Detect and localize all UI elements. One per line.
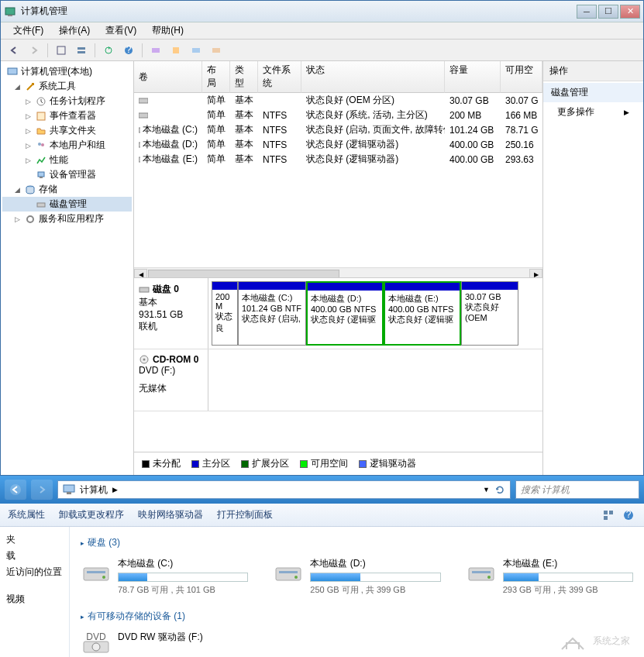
minimize-button[interactable]: ─ xyxy=(577,5,597,19)
disk-graphic-panel[interactable]: 磁盘 0 基本 931.51 GB 联机 200 M状态良本地磁盘 (C:)10… xyxy=(134,278,542,452)
expand-icon[interactable]: ▷ xyxy=(24,127,33,135)
svg-rect-10 xyxy=(192,48,200,53)
chevron-right-icon[interactable]: ▶ xyxy=(112,486,118,494)
tree-panel[interactable]: 计算机管理(本地) ◢ 系统工具 ▷ 任务计划程序 ▷ 事件查看器 ▷ 共享文件… xyxy=(1,61,134,475)
tool-btn-5[interactable] xyxy=(188,42,205,59)
partition[interactable]: 本地磁盘 (C:)101.24 GB NTF状态良好 (启动, xyxy=(238,281,306,346)
col-type[interactable]: 类型 xyxy=(230,61,258,93)
menu-action[interactable]: 操作(A) xyxy=(51,22,98,39)
tree-task-scheduler[interactable]: ▷ 任务计划程序 xyxy=(2,94,132,108)
crumb-dropdown-icon[interactable]: ▼ xyxy=(483,486,490,494)
back-button[interactable] xyxy=(5,42,22,59)
removable-group-header[interactable]: 有可移动存储的设备 (1) xyxy=(81,607,633,626)
tool-btn-3[interactable] xyxy=(147,42,164,59)
collapse-icon[interactable]: ◢ xyxy=(13,186,22,194)
tree-services[interactable]: ▷ 服务和应用程序 xyxy=(2,212,132,226)
svg-rect-17 xyxy=(38,172,44,177)
drive-item[interactable]: 本地磁盘 (E:)293 GB 可用 , 共 399 GB xyxy=(466,557,633,596)
col-volume[interactable]: 卷 xyxy=(134,61,202,93)
expand-icon[interactable]: ▷ xyxy=(24,98,33,105)
scroll-thumb[interactable] xyxy=(148,270,339,279)
watermark: 系统之家 xyxy=(559,629,630,652)
tree-performance[interactable]: ▷ 性能 xyxy=(2,153,132,167)
menu-view[interactable]: 查看(V) xyxy=(98,22,144,39)
refresh-button[interactable] xyxy=(100,42,117,59)
tree-storage[interactable]: ◢ 存储 xyxy=(2,182,132,197)
tree-shared-folders[interactable]: ▷ 共享文件夹 xyxy=(2,123,132,138)
col-layout[interactable]: 布局 xyxy=(202,61,230,93)
scroll-right-button[interactable]: ▶ xyxy=(529,269,542,279)
partition[interactable]: 本地磁盘 (E:)400.00 GB NTFS状态良好 (逻辑驱 xyxy=(384,281,461,346)
tb-control-panel[interactable]: 打开控制面板 xyxy=(217,508,273,521)
horizontal-scrollbar[interactable]: ◀ ▶ xyxy=(134,267,542,278)
actions-more[interactable]: 更多操作▶ xyxy=(543,102,643,122)
svg-point-16 xyxy=(41,143,44,146)
tree-device-manager[interactable]: 设备管理器 xyxy=(2,167,132,182)
tb-map-drive[interactable]: 映射网络驱动器 xyxy=(138,508,203,521)
collapse-icon[interactable]: ◢ xyxy=(13,83,22,91)
disk-0-row[interactable]: 磁盘 0 基本 931.51 GB 联机 200 M状态良本地磁盘 (C:)10… xyxy=(134,278,542,349)
hdd-group-header[interactable]: 硬盘 (3) xyxy=(81,533,633,552)
close-button[interactable]: ✕ xyxy=(620,5,640,19)
exp-forward-button[interactable] xyxy=(31,480,53,500)
tb-system-properties[interactable]: 系统属性 xyxy=(8,508,45,521)
explorer-sidebar[interactable]: 夹 载 近访问的位置 视频 xyxy=(0,527,70,657)
tool-btn-4[interactable] xyxy=(167,42,184,59)
table-row[interactable]: 本地磁盘 (C:)简单基本NTFS状态良好 (启动, 页面文件, 故障转储, 主… xyxy=(134,122,542,137)
tool-btn-2[interactable] xyxy=(73,42,90,59)
svg-point-40 xyxy=(102,576,105,579)
expand-icon[interactable]: ▷ xyxy=(24,157,33,164)
scroll-left-button[interactable]: ◀ xyxy=(134,269,147,279)
menu-help[interactable]: 帮助(H) xyxy=(144,22,191,39)
dvd-drive[interactable]: DVD DVD RW 驱动器 (F:) xyxy=(81,631,259,657)
crumb-refresh-icon[interactable] xyxy=(494,484,505,495)
col-status[interactable]: 状态 xyxy=(301,61,445,93)
drive-item[interactable]: 本地磁盘 (C:)78.7 GB 可用 , 共 101 GB xyxy=(81,557,248,596)
sidebar-item-videos[interactable]: 视频 xyxy=(3,591,66,607)
tree-system-tools[interactable]: ◢ 系统工具 xyxy=(2,79,132,94)
expand-icon[interactable]: ▷ xyxy=(13,215,22,223)
sidebar-item-recent[interactable]: 近访问的位置 xyxy=(3,564,66,580)
tb-uninstall[interactable]: 卸载或更改程序 xyxy=(59,508,124,521)
col-free[interactable]: 可用空 xyxy=(501,61,542,93)
maximize-button[interactable]: ☐ xyxy=(598,5,618,19)
view-options-icon[interactable] xyxy=(601,507,616,523)
svg-point-30 xyxy=(10,484,21,495)
sidebar-item-favorites[interactable]: 夹 xyxy=(3,531,66,548)
col-filesystem[interactable]: 文件系统 xyxy=(258,61,301,93)
tool-btn-6[interactable] xyxy=(208,42,225,59)
table-row[interactable]: 本地磁盘 (E:)简单基本NTFS状态良好 (逻辑驱动器)400.00 GB29… xyxy=(134,152,542,167)
drive-item[interactable]: 本地磁盘 (D:)250 GB 可用 , 共 399 GB xyxy=(273,557,440,596)
partition[interactable]: 200 M状态良 xyxy=(212,281,238,346)
breadcrumb[interactable]: 计算机 ▶ ▼ xyxy=(57,480,511,499)
help-icon[interactable]: ? xyxy=(621,507,636,523)
expand-icon[interactable]: ▷ xyxy=(24,142,33,150)
titlebar[interactable]: 计算机管理 ─ ☐ ✕ xyxy=(1,1,643,22)
explorer-main[interactable]: 硬盘 (3) 本地磁盘 (C:)78.7 GB 可用 , 共 101 GB本地磁… xyxy=(70,527,644,657)
partition[interactable]: 30.07 GB状态良好 (OEM xyxy=(461,281,518,346)
window-title: 计算机管理 xyxy=(21,5,577,18)
table-row[interactable]: 本地磁盘 (D:)简单基本NTFS状态良好 (逻辑驱动器)400.00 GB25… xyxy=(134,137,542,152)
sidebar-item-downloads[interactable]: 载 xyxy=(3,548,66,564)
tree-users-groups[interactable]: ▷ 本地用户和组 xyxy=(2,138,132,153)
table-row[interactable]: 简单基本状态良好 (OEM 分区)30.07 GB30.07 G xyxy=(134,93,542,108)
help-button[interactable]: ? xyxy=(120,42,137,59)
tree-root[interactable]: 计算机管理(本地) xyxy=(2,64,132,79)
cdrom-descriptor: CD-ROM 0 DVD (F:) 无媒体 xyxy=(134,349,208,411)
menu-file[interactable]: 文件(F) xyxy=(5,22,51,39)
disk-0-descriptor: 磁盘 0 基本 931.51 GB 联机 xyxy=(134,278,208,349)
tree-event-viewer[interactable]: ▷ 事件查看器 xyxy=(2,108,132,123)
tool-btn-1[interactable] xyxy=(53,42,70,59)
col-capacity[interactable]: 容量 xyxy=(445,61,501,93)
search-input[interactable]: 搜索 计算机 xyxy=(515,480,639,499)
svg-point-46 xyxy=(487,576,491,579)
expand-icon[interactable]: ▷ xyxy=(24,112,33,120)
exp-back-button[interactable] xyxy=(5,480,26,500)
crumb-computer[interactable]: 计算机 xyxy=(80,483,108,497)
forward-button[interactable] xyxy=(26,42,43,59)
table-row[interactable]: 简单基本NTFS状态良好 (系统, 活动, 主分区)200 MB166 MB xyxy=(134,108,542,122)
partition[interactable]: 本地磁盘 (D:)400.00 GB NTFS状态良好 (逻辑驱 xyxy=(306,281,384,346)
volume-table[interactable]: 卷 布局 类型 文件系统 状态 容量 可用空 简单基本状态良好 (OEM 分区)… xyxy=(134,61,542,278)
tree-disk-management[interactable]: 磁盘管理 xyxy=(2,197,132,212)
cdrom-row[interactable]: CD-ROM 0 DVD (F:) 无媒体 xyxy=(134,349,542,411)
